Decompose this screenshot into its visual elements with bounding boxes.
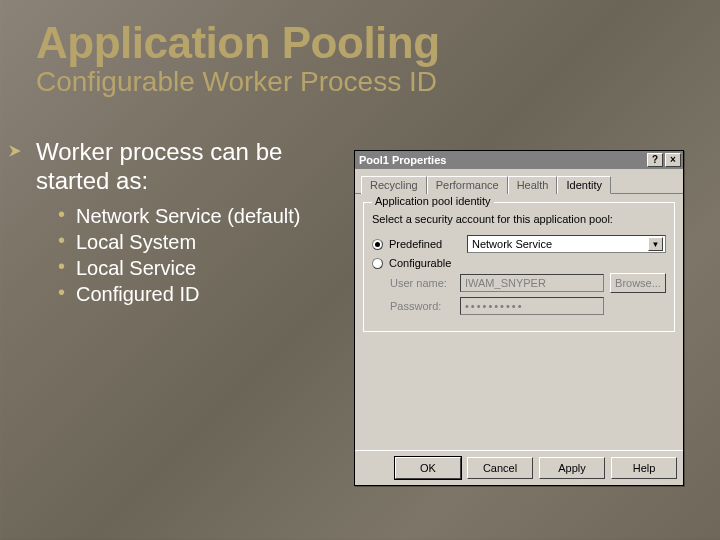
password-label: Password:	[390, 300, 460, 312]
apply-button[interactable]: Apply	[539, 457, 605, 479]
close-icon[interactable]: ×	[665, 153, 681, 167]
help-button[interactable]: Help	[611, 457, 677, 479]
dialog-titlebar[interactable]: Pool1 Properties ? ×	[355, 151, 683, 169]
tab-health[interactable]: Health	[508, 176, 558, 194]
predefined-row: Predefined Network Service ▼	[372, 235, 666, 253]
help-icon[interactable]: ?	[647, 153, 663, 167]
tab-identity[interactable]: Identity	[557, 176, 610, 194]
configurable-row: Configurable	[372, 257, 666, 269]
ok-button[interactable]: OK	[395, 457, 461, 479]
dialog-title: Pool1 Properties	[359, 154, 645, 166]
radio-configurable[interactable]	[372, 258, 383, 269]
list-item: Network Service (default)	[58, 204, 336, 228]
predefined-combo-value: Network Service	[472, 238, 648, 250]
list-item: Local System	[58, 230, 336, 254]
arrow-icon	[8, 144, 22, 158]
list-item: Configured ID	[58, 282, 336, 306]
radio-predefined-label[interactable]: Predefined	[389, 238, 459, 250]
slide-subtitle: Configurable Worker Process ID	[36, 66, 684, 98]
predefined-combo[interactable]: Network Service ▼	[467, 235, 666, 253]
properties-dialog: Pool1 Properties ? × Recycling Performan…	[354, 150, 684, 486]
group-hint: Select a security account for this appli…	[372, 213, 666, 225]
tab-recycling[interactable]: Recycling	[361, 176, 427, 194]
bullet-list: Network Service (default) Local System L…	[36, 204, 336, 306]
chevron-down-icon[interactable]: ▼	[648, 237, 663, 251]
lead-text-content: Worker process can be started as:	[36, 138, 282, 194]
identity-group: Select a security account for this appli…	[363, 202, 675, 332]
username-field: IWAM_SNYPER	[460, 274, 604, 292]
dialog-button-bar: OK Cancel Apply Help	[355, 450, 683, 485]
list-item: Local Service	[58, 256, 336, 280]
username-label: User name:	[390, 277, 460, 289]
password-field: ••••••••••	[460, 297, 604, 315]
radio-predefined[interactable]	[372, 239, 383, 250]
browse-button: Browse...	[610, 273, 666, 293]
tab-performance[interactable]: Performance	[427, 176, 508, 194]
tab-strip: Recycling Performance Health Identity	[355, 169, 683, 194]
cancel-button[interactable]: Cancel	[467, 457, 533, 479]
slide-title: Application Pooling	[36, 18, 684, 68]
lead-text: Worker process can be started as:	[36, 138, 336, 196]
radio-configurable-label[interactable]: Configurable	[389, 257, 459, 269]
